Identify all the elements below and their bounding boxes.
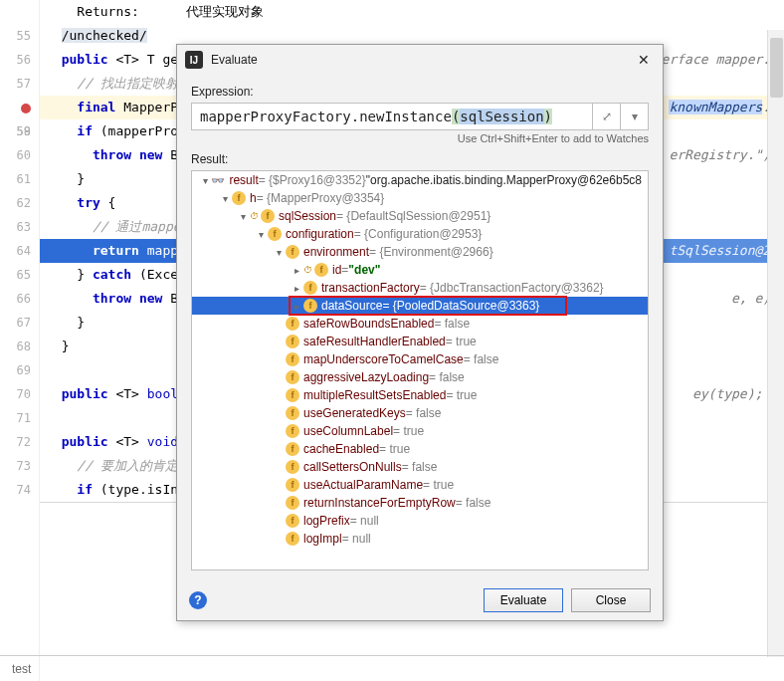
close-button[interactable]: Close [571, 588, 651, 612]
field-icon: f [303, 299, 317, 313]
evaluate-button[interactable]: Evaluate [484, 588, 563, 612]
tree-row[interactable]: ▾⏱fsqlSession = {DefaultSqlSession@2951} [192, 207, 648, 225]
expression-input[interactable]: mapperProxyFactory.newInstance(sqlSessio… [191, 103, 593, 130]
code-line[interactable]: Returns: 代理实现对象 [40, 0, 784, 24]
field-icon: f [268, 227, 282, 241]
tree-row[interactable]: fcallSettersOnNulls = false [192, 458, 648, 476]
dialog-titlebar[interactable]: IJ Evaluate ✕ [177, 45, 663, 75]
tree-row[interactable]: ▾result = {$Proxy16@3352} "org.apache.ib… [192, 171, 648, 189]
expand-expression-icon[interactable]: ⤢ [593, 103, 621, 130]
tree-row[interactable]: freturnInstanceForEmptyRow = false [192, 494, 648, 512]
tree-row[interactable]: ▸ftransactionFactory = {JdbcTransactionF… [192, 279, 648, 297]
field-icon: f [286, 478, 299, 492]
tree-row[interactable]: fuseActualParamName = true [192, 476, 648, 494]
tree-row[interactable]: fsafeRowBoundsEnabled = false [192, 315, 648, 333]
tree-row[interactable]: ▸⏱fid = "dev" [192, 261, 648, 279]
tree-row[interactable]: ▾fh = {MapperProxy@3354} [192, 189, 648, 207]
result-panel[interactable]: ▾result = {$Proxy16@3352} "org.apache.ib… [191, 170, 649, 570]
tree-row[interactable]: fmapUnderscoreToCamelCase = false [192, 350, 648, 368]
dialog-title: Evaluate [211, 53, 633, 67]
field-icon: f [261, 209, 275, 223]
field-icon: f [314, 263, 328, 277]
tree-twisty-icon[interactable]: ▾ [218, 193, 232, 204]
app-icon: IJ [185, 51, 203, 69]
tree-twisty-icon[interactable]: ▾ [272, 247, 286, 258]
tree-row-selected[interactable]: ▸fdataSource = {PooledDataSource@3363} [192, 297, 648, 315]
tree-twisty-icon[interactable]: ▾ [236, 211, 250, 222]
editor-gutter: 555657 585960616263646566676869707172737… [0, 0, 40, 681]
tree-twisty-icon[interactable]: ▸ [290, 301, 303, 312]
tree-twisty-icon[interactable]: ▾ [200, 175, 211, 186]
field-icon: f [286, 496, 299, 510]
result-root-icon [211, 173, 225, 187]
tree-row[interactable]: faggressiveLazyLoading = false [192, 368, 648, 386]
field-icon: f [286, 317, 299, 331]
result-label: Result: [191, 152, 649, 166]
field-icon: f [286, 406, 299, 420]
tree-row[interactable]: fmultipleResultSetsEnabled = true [192, 386, 648, 404]
tree-twisty-icon[interactable]: ▸ [290, 265, 303, 276]
tree-row[interactable]: ▾fconfiguration = {Configuration@2953} [192, 225, 648, 243]
tree-row[interactable]: flogImpl = null [192, 530, 648, 548]
field-icon: f [286, 460, 299, 474]
field-icon: f [286, 442, 299, 456]
tree-row[interactable]: fuseColumnLabel = true [192, 422, 648, 440]
dialog-button-bar: ? Evaluate Close [177, 580, 663, 620]
footer-tab-test[interactable]: test [0, 656, 43, 682]
evaluate-dialog: IJ Evaluate ✕ Expression: mapperProxyFac… [176, 44, 664, 621]
help-icon[interactable]: ? [189, 591, 207, 609]
expression-history-dropdown[interactable]: ▾ [621, 103, 649, 130]
close-icon[interactable]: ✕ [633, 52, 655, 68]
field-icon: f [286, 335, 299, 348]
expression-hint: Use Ctrl+Shift+Enter to add to Watches [191, 132, 649, 144]
field-icon: f [286, 388, 299, 402]
tree-twisty-icon[interactable]: ▾ [254, 229, 268, 240]
editor-footer: test [0, 655, 784, 681]
expression-label: Expression: [191, 85, 649, 99]
tree-row[interactable]: fuseGeneratedKeys = false [192, 404, 648, 422]
field-icon: f [286, 514, 299, 528]
field-icon: f [286, 532, 299, 546]
field-icon: f [286, 370, 299, 384]
tree-row[interactable]: flogPrefix = null [192, 512, 648, 530]
tree-twisty-icon[interactable]: ▸ [290, 283, 303, 294]
scrollbar-thumb[interactable] [770, 38, 783, 98]
tree-row[interactable]: fsafeResultHandlerEnabled = true [192, 333, 648, 350]
field-icon: f [286, 352, 299, 366]
tree-row[interactable]: ▾fenvironment = {Environment@2966} [192, 243, 648, 261]
field-icon: f [286, 245, 299, 259]
field-icon: f [286, 424, 299, 438]
field-icon: f [232, 191, 246, 205]
field-icon: f [303, 281, 317, 295]
editor-scrollbar[interactable] [767, 30, 784, 657]
tree-row[interactable]: fcacheEnabled = true [192, 440, 648, 458]
